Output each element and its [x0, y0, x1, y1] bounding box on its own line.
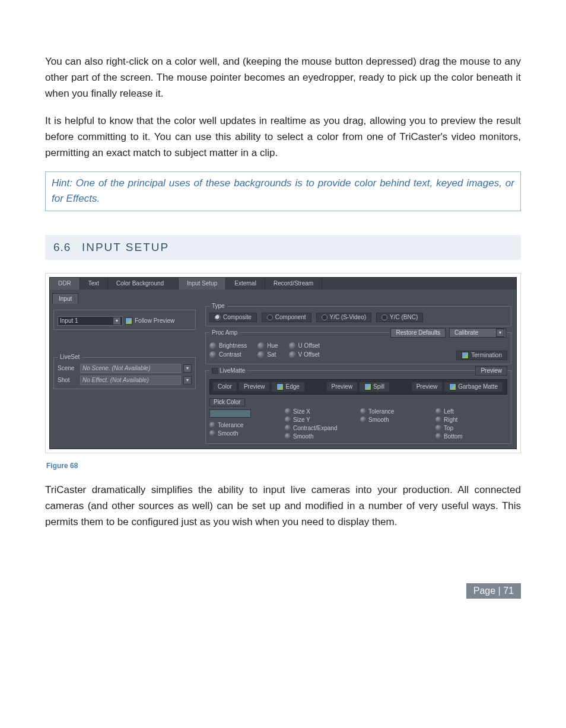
color-tolerance-knob[interactable] [209, 422, 215, 428]
color-smooth-label: Smooth [218, 430, 238, 437]
termination-label: Termination [471, 352, 502, 358]
liveset-fieldset: LiveSet Scene No Scene. (Not Available) … [53, 357, 196, 389]
calibrate-button[interactable]: Calibrate ▾ [449, 328, 506, 338]
paragraph-3: TriCaster dramatically simplifies the ab… [45, 482, 521, 530]
lm-col-garbage: Left Right Top Bottom [435, 398, 507, 440]
pick-color-button[interactable]: Pick Color [209, 398, 245, 406]
left-pane: Input Input 1 ▾ Follow Preview [50, 290, 201, 449]
input-fieldset: Input 1 ▾ Follow Preview [53, 310, 196, 330]
v-offset-label: V Offset [298, 351, 320, 358]
brightness-knob[interactable] [209, 342, 217, 349]
tab-external[interactable]: External [226, 278, 265, 290]
livematte-preview-button[interactable]: Preview [475, 366, 507, 376]
calibrate-label: Calibrate [454, 329, 478, 336]
lm-tab-garbage[interactable]: Garbage Matte [444, 382, 503, 392]
lm-tab-preview-2[interactable]: Preview [326, 382, 358, 392]
gm-left-knob[interactable] [435, 408, 441, 414]
restore-defaults-button[interactable]: Restore Defaults [390, 328, 445, 338]
contract-knob[interactable] [285, 425, 291, 431]
sizey-label: Size Y [293, 417, 310, 423]
tab-record-stream[interactable]: Record/Stream [265, 278, 322, 290]
gm-bottom-knob[interactable] [435, 433, 441, 439]
gm-bottom-label: Bottom [444, 433, 463, 440]
type-component[interactable]: Component [262, 313, 311, 322]
sizey-knob[interactable] [285, 417, 291, 422]
hue-knob[interactable] [257, 342, 265, 349]
lm-tab-spill-label: Spill [373, 383, 384, 390]
input-setup-app: DDR Text Color Background Input Setup Ex… [49, 277, 517, 449]
color-smooth-knob[interactable] [209, 430, 215, 436]
chevron-down-icon: ▾ [113, 317, 120, 325]
follow-preview-thumb-icon[interactable] [125, 317, 132, 325]
u-offset-label: U Offset [298, 342, 320, 349]
follow-preview-label: Follow Preview [135, 317, 174, 324]
pick-color-swatch[interactable] [209, 409, 251, 418]
contrast-knob[interactable] [209, 351, 217, 358]
color-tolerance-label: Tolerance [218, 422, 243, 428]
contrast-label: Contrast [219, 351, 241, 358]
tab-ddr[interactable]: DDR [50, 278, 80, 290]
sizex-label: Size X [293, 408, 310, 415]
gm-top-knob[interactable] [435, 425, 441, 431]
type-legend: Type [209, 303, 227, 309]
figure-caption: Figure 68 [46, 462, 521, 470]
tab-input-setup[interactable]: Input Setup [179, 278, 226, 290]
radio-icon [215, 314, 221, 320]
lm-tab-edge-label: Edge [285, 383, 299, 390]
lm-tab-preview-1[interactable]: Preview [239, 382, 271, 392]
lm-tab-color[interactable]: Color [212, 382, 237, 392]
contract-label: Contract/Expand [293, 425, 338, 431]
figure-68: DDR Text Color Background Input Setup Ex… [45, 273, 521, 453]
hint-box: Hint: One of the principal uses of these… [45, 171, 521, 211]
shot-select-value: No Effect. (Not Available) [82, 377, 149, 383]
edge-smooth-knob[interactable] [285, 433, 291, 439]
spill-tolerance-knob[interactable] [360, 408, 366, 414]
scene-label: Scene [58, 365, 78, 371]
brightness-label: Brightness [219, 342, 247, 349]
spill-smooth-knob[interactable] [360, 417, 366, 422]
type-yc-bnc[interactable]: Y/C (BNC) [376, 313, 423, 322]
spill-smooth-label: Smooth [368, 417, 389, 423]
livematte-fieldset: LiveMatte Preview Color Preview Edge Pre… [205, 370, 511, 444]
radio-icon [322, 314, 327, 320]
input-select[interactable]: Input 1 ▾ [58, 316, 123, 326]
sizex-knob[interactable] [285, 408, 291, 414]
lm-tab-preview-3[interactable]: Preview [411, 382, 443, 392]
termination-thumb-icon [462, 352, 469, 359]
type-yc-svideo[interactable]: Y/C (S-Video) [316, 313, 372, 322]
type-composite-label: Composite [223, 314, 252, 320]
scene-select[interactable]: No Scene. (Not Available) [80, 364, 181, 373]
edge-thumb-icon [276, 383, 284, 390]
spill-tolerance-label: Tolerance [368, 408, 394, 415]
v-offset-knob[interactable] [289, 351, 296, 358]
gm-right-knob[interactable] [435, 417, 441, 422]
sat-label: Sat [267, 351, 276, 358]
section-number: 6.6 [53, 241, 71, 253]
type-composite[interactable]: Composite [209, 313, 257, 322]
tab-text[interactable]: Text [80, 278, 108, 290]
type-yc-svideo-label: Y/C (S-Video) [330, 314, 367, 320]
page-number: Page | 71 [466, 583, 521, 599]
scene-select-value: No Scene. (Not Available) [82, 365, 151, 371]
subtab-input[interactable]: Input [52, 293, 78, 304]
u-offset-knob[interactable] [289, 342, 296, 349]
sat-knob[interactable] [257, 351, 265, 358]
shot-label: Shot [58, 377, 78, 383]
right-pane: Type Composite Component Y/C (S-Video) Y… [201, 290, 516, 449]
lm-tab-edge[interactable]: Edge [271, 382, 304, 392]
shot-select[interactable]: No Effect. (Not Available) [80, 376, 181, 385]
procamp-legend: Proc Amp [209, 329, 240, 336]
type-fieldset: Type Composite Component Y/C (S-Video) Y… [205, 306, 511, 326]
edge-smooth-label: Smooth [293, 433, 313, 440]
termination-toggle[interactable]: Termination [456, 351, 507, 360]
gm-top-label: Top [444, 425, 453, 431]
livematte-checkbox[interactable] [212, 368, 218, 374]
radio-icon [267, 314, 273, 320]
chevron-down-icon: ▾ [496, 329, 504, 337]
chevron-down-icon[interactable]: ▾ [183, 376, 192, 384]
lm-col-spill: Tolerance Smooth [360, 398, 432, 440]
chevron-down-icon[interactable]: ▾ [183, 364, 192, 373]
tab-color-background[interactable]: Color Background [108, 278, 179, 290]
type-component-label: Component [275, 314, 306, 320]
lm-tab-spill[interactable]: Spill [359, 382, 390, 392]
